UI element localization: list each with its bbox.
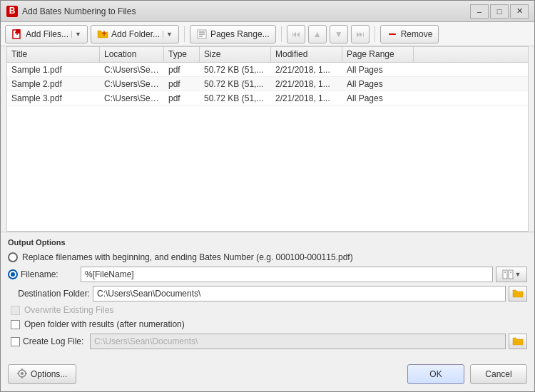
destination-folder-row: Destination Folder: [8,286,527,301]
col-header-modified: Modified [271,47,342,62]
replace-filenames-label: Replace filenames with beginning, and en… [22,252,353,262]
col-header-size: Size [200,47,271,62]
nav-first-button[interactable]: ⏮ [287,25,305,43]
create-log-row: Create Log File: [11,334,527,349]
add-folder-arrow: ▼ [163,31,173,38]
cell-modified: 2/21/2018, 1... [271,92,342,105]
overwrite-label: Overwrite Existing Files [24,305,113,315]
output-section: Output Options Replace filenames with be… [1,232,534,359]
title-bar: B Add Bates Numbering to Files – □ ✕ [1,1,534,22]
create-log-browse-button[interactable] [509,334,527,349]
app-icon: B [6,6,18,17]
pages-range-label: Pages Range... [210,29,270,39]
cancel-button[interactable]: Cancel [470,364,527,384]
pages-range-button[interactable]: Pages Range... [190,25,276,43]
dialog-buttons: OK Cancel [407,364,527,384]
filename-radio[interactable] [8,269,18,279]
col-header-title: Title [7,47,100,62]
svg-text:B: B [9,7,16,16]
cell-size: 50.72 KB (51,... [200,63,271,76]
open-folder-row: Open folder with results (after numerati… [11,319,527,329]
add-files-icon: + [11,29,23,40]
filename-label: Filename: [21,269,78,279]
add-folder-label: Add Folder... [111,29,160,39]
nav-down-button[interactable]: ▼ [330,25,348,43]
table-row[interactable]: Sample 1.pdf C:\Users\Sea... pdf 50.72 K… [7,63,528,77]
cell-type: pdf [164,78,200,91]
options-icon [17,368,27,381]
minimize-button[interactable]: – [470,4,489,19]
toolbar: + Add Files... ▼ + Add Folder... ▼ [1,22,534,46]
toolbar-separator-1 [184,26,185,42]
add-folder-icon: + [97,29,108,40]
open-folder-label: Open folder with results (after numerati… [24,319,185,329]
filename-row: Filename: ▼ [8,267,527,282]
cell-modified: 2/21/2018, 1... [271,63,342,76]
toolbar-separator-3 [374,26,375,42]
table-row[interactable]: Sample 2.pdf C:\Users\Sea... pdf 50.72 K… [7,77,528,91]
file-list-container: Title Location Type Size Modified Page R… [6,46,529,232]
svg-point-16 [21,372,24,375]
window-title: Add Bates Numbering to Files [22,6,136,16]
file-list-header: Title Location Type Size Modified Page R… [7,47,528,63]
destination-folder-browse-button[interactable] [509,286,527,301]
close-button[interactable]: ✕ [510,4,529,19]
col-header-location: Location [100,47,164,62]
svg-rect-11 [503,270,507,279]
cell-title: Sample 2.pdf [7,78,100,91]
remove-label: Remove [401,29,433,39]
file-list-body: Sample 1.pdf C:\Users\Sea... pdf 50.72 K… [7,63,528,231]
overwrite-checkbox[interactable] [11,306,20,315]
create-log-input[interactable] [90,334,506,349]
destination-folder-label: Destination Folder: [8,289,90,299]
pages-range-icon [196,29,208,40]
cell-pagerange: All Pages [342,63,414,76]
cell-location: C:\Users\Sea... [100,92,164,105]
destination-folder-input[interactable] [93,286,506,301]
remove-button[interactable]: Remove [380,25,439,43]
replace-filenames-row: Replace filenames with beginning, and en… [8,252,527,262]
add-files-arrow: ▼ [71,31,81,38]
title-bar-left: B Add Bates Numbering to Files [6,6,136,17]
svg-text:+: + [14,29,19,38]
cell-type: pdf [164,92,200,105]
maximize-button[interactable]: □ [490,4,509,19]
main-window: B Add Bates Numbering to Files – □ ✕ + A… [0,0,535,392]
ok-button[interactable]: OK [407,364,464,384]
window-controls: – □ ✕ [470,4,529,19]
cell-title: Sample 1.pdf [7,63,100,76]
nav-up-button[interactable]: ▲ [308,25,327,43]
open-folder-checkbox[interactable] [11,320,20,329]
add-files-label: Add Files... [26,29,68,39]
cell-pagerange: All Pages [342,92,414,105]
cell-modified: 2/21/2018, 1... [271,78,342,91]
cell-size: 50.72 KB (51,... [200,92,271,105]
options-label: Options... [31,369,67,379]
cell-title: Sample 3.pdf [7,92,100,105]
filename-input[interactable] [81,267,493,282]
remove-icon [387,29,398,40]
options-button[interactable]: Options... [8,364,76,384]
cell-type: pdf [164,63,200,76]
toolbar-separator-2 [281,26,282,42]
nav-last-button[interactable]: ⏭ [351,25,370,43]
filename-options-button[interactable]: ▼ [496,267,527,282]
svg-text:+: + [101,29,106,38]
cell-pagerange: All Pages [342,78,414,91]
col-header-pagerange: Page Range [342,47,414,62]
svg-rect-10 [389,33,396,35]
table-row[interactable]: Sample 3.pdf C:\Users\Sea... pdf 50.72 K… [7,91,528,105]
col-header-type: Type [164,47,200,62]
add-folder-button[interactable]: + Add Folder... ▼ [91,25,179,43]
output-section-title: Output Options [8,238,527,247]
svg-rect-12 [509,270,513,279]
overwrite-row: Overwrite Existing Files [11,305,527,315]
create-log-checkbox[interactable] [11,337,20,346]
bottom-bar: Options... OK Cancel [1,359,534,391]
replace-filenames-radio[interactable] [8,252,18,262]
cell-location: C:\Users\Sea... [100,78,164,91]
cell-location: C:\Users\Sea... [100,63,164,76]
cell-size: 50.72 KB (51,... [200,78,271,91]
create-log-label: Create Log File: [23,336,87,346]
add-files-button[interactable]: + Add Files... ▼ [5,25,88,43]
